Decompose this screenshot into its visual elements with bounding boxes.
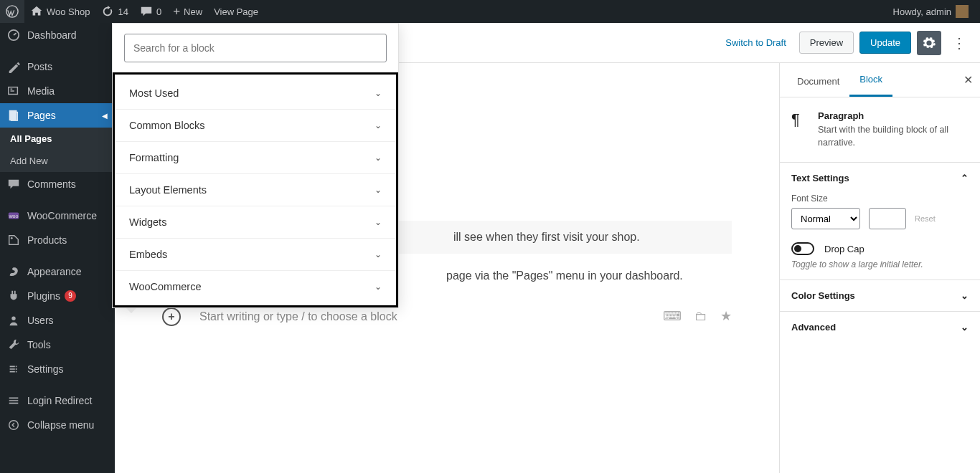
menu-settings[interactable]: Settings bbox=[0, 357, 115, 381]
font-size-label: Font Size bbox=[791, 194, 969, 204]
font-size-custom-input[interactable] bbox=[869, 208, 906, 229]
cat-common-blocks[interactable]: Common Blocks⌄ bbox=[115, 109, 396, 141]
block-inserter: Most Used⌄ Common Blocks⌄ Formatting⌄ La… bbox=[112, 23, 399, 308]
admin-bar: Woo Shop 14 0 +New View Page Howdy, admi… bbox=[0, 0, 980, 23]
font-size-select[interactable]: Normal bbox=[791, 208, 860, 229]
menu-plugins[interactable]: Plugins9 bbox=[0, 284, 115, 308]
more-options-icon[interactable]: ⋮ bbox=[947, 31, 971, 55]
menu-login-redirect[interactable]: Login Redirect bbox=[0, 388, 115, 413]
chevron-down-icon: ⌄ bbox=[374, 120, 382, 130]
search-block-input[interactable] bbox=[124, 34, 387, 62]
keyboard-icon[interactable]: ⌨ bbox=[663, 306, 682, 327]
panel-advanced[interactable]: Advanced⌄ bbox=[780, 312, 980, 343]
admin-menu: Dashboard Posts Media Pages◀ All Pages A… bbox=[0, 23, 115, 473]
menu-appearance[interactable]: Appearance bbox=[0, 259, 115, 284]
settings-sidebar: Document Block ✕ ¶ Paragraph Start with … bbox=[779, 63, 980, 473]
close-sidebar-icon[interactable]: ✕ bbox=[963, 73, 973, 87]
menu-pages-add[interactable]: Add New bbox=[0, 150, 115, 172]
chevron-down-icon: ⌄ bbox=[374, 153, 382, 163]
tab-document[interactable]: Document bbox=[787, 66, 849, 97]
block-title: Paragraph bbox=[818, 110, 969, 121]
chevron-down-icon: ⌄ bbox=[374, 88, 382, 98]
new-link[interactable]: +New bbox=[167, 0, 208, 23]
drop-cap-toggle[interactable] bbox=[791, 242, 814, 255]
cat-embeds[interactable]: Embeds⌄ bbox=[115, 238, 396, 270]
star-icon[interactable]: ★ bbox=[720, 306, 732, 327]
wp-logo[interactable] bbox=[0, 0, 24, 23]
menu-users[interactable]: Users bbox=[0, 308, 115, 333]
updates-link[interactable]: 14 bbox=[95, 0, 133, 23]
cat-layout-elements[interactable]: Layout Elements⌄ bbox=[115, 173, 396, 206]
new-block-placeholder[interactable]: Start writing or type / to choose a bloc… bbox=[199, 307, 663, 326]
avatar bbox=[956, 5, 969, 18]
comments-link[interactable]: 0 bbox=[134, 0, 167, 23]
chevron-down-icon: ⌄ bbox=[374, 217, 382, 227]
chevron-down-icon: ⌄ bbox=[961, 290, 969, 301]
settings-icon[interactable] bbox=[917, 31, 941, 55]
cat-most-used[interactable]: Most Used⌄ bbox=[115, 77, 396, 109]
drop-cap-hint: Toggle to show a large initial letter. bbox=[791, 259, 969, 269]
menu-pages[interactable]: Pages◀ bbox=[0, 103, 115, 128]
panel-color-settings[interactable]: Color Settings⌄ bbox=[780, 280, 980, 311]
my-account[interactable]: Howdy, admin bbox=[887, 5, 974, 18]
cat-woocommerce[interactable]: WooCommerce⌄ bbox=[115, 270, 396, 302]
cat-widgets[interactable]: Widgets⌄ bbox=[115, 206, 396, 238]
preview-button[interactable]: Preview bbox=[799, 32, 854, 54]
menu-woocommerce[interactable]: wooWooCommerce bbox=[0, 204, 115, 228]
drop-cap-label: Drop Cap bbox=[824, 244, 864, 254]
view-page-link[interactable]: View Page bbox=[208, 0, 264, 23]
menu-media[interactable]: Media bbox=[0, 79, 115, 103]
chevron-down-icon: ⌄ bbox=[374, 185, 382, 195]
new-block-row: + Start writing or type / to choose a bl… bbox=[162, 306, 732, 327]
svg-point-8 bbox=[11, 317, 15, 320]
cat-formatting[interactable]: Formatting⌄ bbox=[115, 141, 396, 173]
menu-pages-all[interactable]: All Pages bbox=[0, 128, 115, 150]
site-link[interactable]: Woo Shop bbox=[24, 0, 95, 23]
svg-text:woo: woo bbox=[8, 213, 18, 219]
menu-comments[interactable]: Comments bbox=[0, 172, 115, 196]
chevron-down-icon: ⌄ bbox=[374, 282, 382, 292]
comments-count: 0 bbox=[156, 6, 161, 17]
menu-posts[interactable]: Posts bbox=[0, 54, 115, 79]
chevron-up-icon: ⌃ bbox=[961, 173, 969, 183]
updates-count: 14 bbox=[118, 6, 128, 17]
svg-point-7 bbox=[11, 237, 13, 239]
folder-icon[interactable]: 🗀 bbox=[694, 306, 707, 327]
plugins-badge: 9 bbox=[65, 290, 76, 302]
block-description: Start with the building block of all nar… bbox=[818, 124, 969, 149]
chevron-down-icon: ⌄ bbox=[374, 249, 382, 259]
menu-dashboard[interactable]: Dashboard bbox=[0, 23, 115, 47]
update-button[interactable]: Update bbox=[859, 32, 911, 54]
chevron-down-icon: ⌄ bbox=[961, 322, 969, 333]
new-label: New bbox=[184, 6, 202, 17]
reset-button[interactable]: Reset bbox=[915, 214, 936, 223]
paragraph-icon: ¶ bbox=[791, 110, 808, 129]
menu-products[interactable]: Products bbox=[0, 228, 115, 252]
svg-point-9 bbox=[9, 421, 19, 430]
switch-to-draft-button[interactable]: Switch to Draft bbox=[718, 33, 793, 52]
menu-collapse[interactable]: Collapse menu bbox=[0, 413, 115, 437]
site-name: Woo Shop bbox=[47, 6, 90, 17]
add-block-icon[interactable]: + bbox=[162, 307, 181, 326]
menu-tools[interactable]: Tools bbox=[0, 333, 115, 357]
panel-text-settings[interactable]: Text Settings⌃ bbox=[780, 163, 980, 194]
tab-block[interactable]: Block bbox=[849, 64, 892, 97]
